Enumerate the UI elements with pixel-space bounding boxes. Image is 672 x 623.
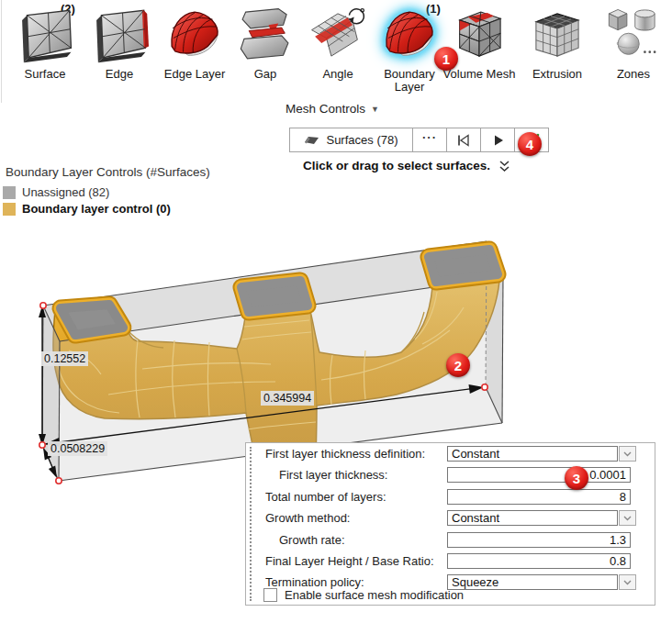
tool-boundary-layer[interactable]: Boundary Layer: [377, 5, 442, 94]
row-first-layer-thickness-definition: First layer thickness definition: Consta…: [246, 446, 655, 462]
ellipsis-icon: ···: [422, 130, 437, 144]
boundary-control-swatch: [3, 203, 16, 216]
enable-surface-mesh-checkbox[interactable]: [263, 588, 277, 602]
tool-label: Boundary Layer: [377, 68, 442, 94]
play-icon: [490, 133, 505, 148]
tool-label: Gap: [225, 68, 306, 81]
zones-icon: [604, 5, 663, 65]
tool-label: Extrusion: [517, 68, 598, 81]
field-label: First layer thickness definition:: [265, 446, 425, 462]
surfaces-filter-label: Surfaces (78): [326, 133, 398, 147]
dimension-depth-label: 0.0508229: [48, 441, 107, 456]
mesh-controls-title: Mesh Controls: [286, 102, 365, 116]
tool-gap[interactable]: Gap: [225, 5, 306, 81]
select-chevron-icon[interactable]: [619, 446, 636, 462]
extrusion-icon: [528, 5, 587, 65]
step-badge-4: 4: [518, 132, 542, 156]
boundary-layer-properties-panel: First layer thickness definition: Consta…: [245, 442, 655, 606]
edge-layer-icon: [165, 5, 224, 65]
boundary-layer-icon: [380, 5, 439, 65]
app-root: { "toolbar": { "count_left": "(2)", "cou…: [0, 0, 672, 623]
first-layer-thickness-input[interactable]: 0.0001: [447, 467, 631, 483]
skip-to-start-button[interactable]: [447, 128, 481, 152]
step-badge-2: 2: [446, 353, 470, 377]
legend-label: Unassigned (82): [22, 185, 109, 199]
row-final-layer-height-ratio: Final Layer Height / Base Ratio: 0.8: [246, 553, 655, 570]
final-layer-ratio-input[interactable]: 0.8: [447, 553, 631, 569]
tool-label: Zones: [593, 68, 672, 81]
skip-start-icon: [454, 133, 473, 148]
step-badge-3: 3: [565, 466, 588, 490]
tool-edge-layer[interactable]: Edge Layer: [154, 5, 235, 81]
row-growth-rate: Growth rate: 1.3: [246, 532, 655, 549]
selection-toolbar: Surfaces (78) ···: [289, 128, 549, 152]
surface-mini-icon: [304, 135, 319, 145]
tool-label: Angle: [297, 68, 378, 81]
gap-icon: [236, 5, 295, 65]
tool-label: Volume Mesh: [439, 68, 520, 81]
step-badge-1: 1: [434, 47, 458, 71]
row-first-layer-thickness: First layer thickness: 0.0001: [246, 467, 655, 484]
mesh-controls-dropdown[interactable]: Mesh Controls ▼: [286, 102, 379, 116]
selection-hint-text: Click or drag to select surfaces.: [303, 159, 490, 172]
tool-extrusion[interactable]: Extrusion: [517, 5, 598, 81]
field-label: Total number of layers:: [265, 489, 386, 505]
dimension-length-label: 0.345994: [261, 391, 314, 406]
field-label: Growth rate:: [279, 532, 345, 548]
unassigned-swatch: [3, 186, 16, 199]
more-options-button[interactable]: ···: [413, 128, 447, 152]
row-growth-method: Growth method: Constant: [246, 510, 655, 527]
surface-icon: [16, 5, 74, 65]
angle-icon: [308, 5, 367, 65]
legend-label: Boundary layer control (0): [22, 202, 171, 216]
legend-item-boundary-control[interactable]: Boundary layer control (0): [3, 202, 171, 216]
dimension-height-label: 0.12552: [41, 351, 88, 366]
selection-hint: Click or drag to select surfaces.: [303, 159, 510, 172]
tool-zones[interactable]: Zones: [593, 5, 672, 81]
field-label: Growth method:: [265, 510, 351, 526]
row-enable-surface-mesh-modification: Enable surface mesh modification: [263, 588, 464, 602]
tool-surface[interactable]: Surface: [5, 5, 85, 81]
row-total-number-of-layers: Total number of layers: 8: [246, 489, 655, 506]
legend-title: Boundary Layer Controls (#Surfaces): [6, 165, 210, 179]
field-label: First layer thickness:: [279, 467, 387, 483]
chevron-down-icon: ▼: [371, 105, 379, 114]
volume-mesh-icon: [450, 5, 509, 65]
growth-rate-input[interactable]: 1.3: [447, 532, 631, 548]
surfaces-filter-button[interactable]: Surfaces (78): [289, 128, 413, 152]
play-button[interactable]: [481, 128, 515, 152]
legend-item-unassigned[interactable]: Unassigned (82): [3, 185, 109, 199]
termination-policy-select[interactable]: Squeeze: [447, 574, 636, 590]
field-label: Final Layer Height / Base Ratio:: [265, 553, 434, 569]
tool-angle[interactable]: Angle: [297, 5, 378, 81]
tool-label: Surface: [5, 68, 85, 81]
total-layers-input[interactable]: 8: [447, 489, 631, 505]
tool-edge[interactable]: Edge: [79, 5, 160, 81]
select-chevron-icon[interactable]: [619, 574, 636, 590]
first-layer-thickness-definition-select[interactable]: Constant: [447, 446, 636, 462]
window-edge: [1, 0, 2, 103]
double-chevron-down-icon[interactable]: [498, 160, 510, 172]
edge-icon: [90, 5, 149, 65]
select-chevron-icon[interactable]: [619, 510, 636, 526]
checkbox-label: Enable surface mesh modification: [285, 588, 464, 602]
select-value: Squeeze: [447, 574, 618, 590]
tool-label: Edge: [79, 68, 160, 81]
select-value: Constant: [447, 446, 618, 462]
growth-method-select[interactable]: Constant: [447, 510, 636, 526]
tool-label: Edge Layer: [154, 68, 235, 81]
select-value: Constant: [447, 510, 618, 526]
